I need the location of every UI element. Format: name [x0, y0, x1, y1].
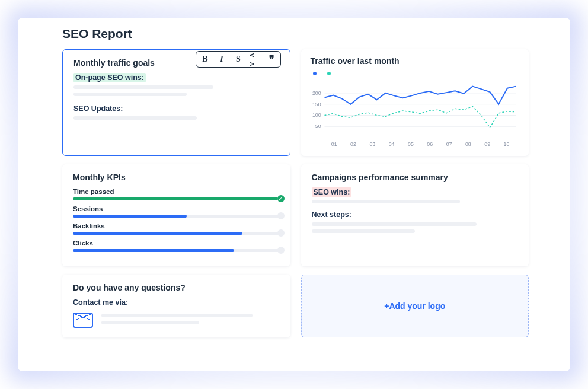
- kpi-end-marker: [277, 229, 285, 237]
- svg-text:05: 05: [408, 141, 414, 147]
- svg-text:50: 50: [315, 123, 321, 129]
- kpi-track: [73, 249, 280, 252]
- card-title: Do you have any questions?: [73, 283, 280, 292]
- svg-text:100: 100: [312, 112, 321, 118]
- kpi-label: Clicks: [73, 240, 280, 247]
- kpi-row: Time passed✓: [73, 188, 280, 200]
- card-title: Campaigns performance summary: [312, 173, 519, 182]
- kpi-label: Sessions: [73, 205, 280, 212]
- svg-text:10: 10: [503, 141, 509, 147]
- campaigns-summary-card: Campaigns performance summary SEO wins: …: [301, 164, 529, 266]
- add-logo-button[interactable]: +Add your logo: [301, 275, 529, 337]
- placeholder-line: [74, 116, 197, 120]
- kpi-label: Time passed: [73, 188, 280, 195]
- card-title: Monthly KPIs: [73, 173, 280, 182]
- svg-text:02: 02: [350, 141, 356, 147]
- svg-text:200: 200: [312, 90, 321, 96]
- placeholder-line: [312, 229, 415, 233]
- contact-sub: Contact me via:: [73, 298, 280, 307]
- kpi-track: [73, 232, 280, 235]
- kpi-end-marker: ✓: [277, 195, 285, 202]
- svg-text:08: 08: [465, 141, 471, 147]
- traffic-chart-card: Traffic over last month 50100150200 0102…: [301, 49, 529, 156]
- svg-text:06: 06: [427, 141, 433, 147]
- kpi-label: Backlinks: [73, 222, 280, 229]
- goals-section-1: On-page SEO wins:: [74, 74, 279, 82]
- quote-button[interactable]: ❞: [266, 54, 277, 65]
- kpi-fill: [73, 197, 280, 200]
- kpi-track: ✓: [73, 197, 280, 200]
- campaigns-section-2: Next steps:: [312, 211, 519, 219]
- page-title: SEO Report: [62, 27, 558, 41]
- check-icon: ✓: [277, 195, 285, 202]
- svg-text:04: 04: [388, 141, 394, 147]
- kpi-row: Sessions: [73, 205, 280, 218]
- mail-icon[interactable]: [73, 313, 93, 328]
- placeholder-line: [74, 93, 187, 96]
- italic-button[interactable]: I: [216, 54, 227, 65]
- placeholder-line: [312, 200, 461, 203]
- kpi-fill: [73, 215, 187, 218]
- legend-dot-series2: [327, 72, 331, 75]
- kpi-row: Clicks: [73, 240, 280, 252]
- placeholder-line: [312, 222, 477, 226]
- card-title: Traffic over last month: [311, 56, 520, 66]
- chart-legend: [313, 72, 520, 75]
- svg-text:01: 01: [331, 141, 337, 147]
- kpi-end-marker: [277, 212, 285, 219]
- kpi-track: [73, 215, 280, 218]
- placeholder-line: [74, 85, 213, 89]
- text-format-toolbar: B I S < > ❞: [196, 51, 281, 68]
- kpi-fill: [73, 232, 242, 235]
- kpi-fill: [73, 249, 234, 252]
- svg-text:150: 150: [312, 101, 321, 107]
- strikethrough-button[interactable]: S: [233, 54, 244, 65]
- contact-card: Do you have any questions? Contact me vi…: [62, 275, 290, 337]
- svg-text:03: 03: [369, 141, 375, 147]
- kpi-row: Backlinks: [73, 222, 280, 235]
- add-logo-label: +Add your logo: [384, 301, 445, 311]
- kpi-end-marker: [277, 247, 285, 254]
- svg-text:07: 07: [446, 141, 452, 147]
- monthly-kpis-card: Monthly KPIs Time passed✓SessionsBacklin…: [62, 164, 290, 266]
- campaigns-section-1: SEO wins:: [312, 188, 519, 196]
- legend-dot-series1: [313, 72, 317, 75]
- bold-button[interactable]: B: [200, 54, 210, 65]
- code-button[interactable]: < >: [250, 54, 260, 65]
- traffic-line-chart: 50100150200 01020304050607080910: [311, 78, 520, 149]
- placeholder-line: [101, 314, 253, 317]
- svg-text:09: 09: [484, 141, 490, 147]
- placeholder-line: [101, 321, 199, 324]
- goals-section-2: SEO Updates:: [74, 104, 279, 113]
